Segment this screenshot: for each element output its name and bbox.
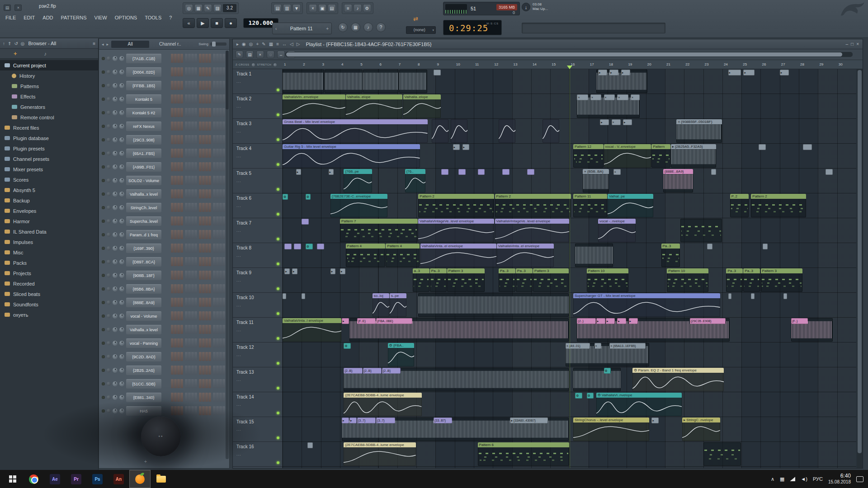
pattern-clip[interactable]: Pattern 2 — [418, 194, 494, 217]
pattern-clip[interactable]: a..3 — [413, 268, 429, 292]
channel-mute-dot[interactable] — [107, 206, 111, 210]
step-cell[interactable] — [180, 352, 183, 361]
audio-clip[interactable] — [573, 368, 621, 391]
pattern-clip[interactable]: Pattern 7 — [340, 219, 418, 242]
step-cell[interactable] — [194, 189, 197, 198]
pattern-clip[interactable] — [680, 219, 722, 242]
track-header-track-15[interactable]: Track 15... — [233, 417, 283, 442]
step-cell[interactable] — [180, 135, 183, 144]
channel-led[interactable] — [102, 274, 105, 277]
step-cell[interactable] — [191, 366, 194, 375]
slip-tool-icon[interactable]: ↔ — [277, 51, 285, 58]
step-cell[interactable] — [171, 406, 174, 415]
channel-mute-dot[interactable] — [107, 97, 111, 101]
record-icon[interactable]: ◉ — [242, 42, 246, 47]
channel-mute-dot[interactable] — [107, 56, 111, 61]
playlist-hscrollbar[interactable] — [285, 52, 853, 57]
step-cell[interactable] — [191, 406, 194, 415]
step-cell[interactable] — [216, 338, 219, 347]
mini-clip[interactable]: ⚙ — [306, 194, 311, 200]
mini-clip[interactable]: {33..B7} — [434, 418, 452, 423]
step-cell[interactable] — [199, 162, 202, 171]
step-cell[interactable] — [205, 271, 208, 280]
step-cell[interactable] — [174, 230, 177, 239]
mini-clip[interactable]: ▸ — [453, 144, 460, 150]
step-cell[interactable] — [205, 54, 208, 63]
track-led[interactable] — [277, 387, 279, 389]
pattern-clip[interactable]: Pattern 10 — [587, 268, 628, 292]
step-cell[interactable] — [208, 230, 211, 239]
step-cell[interactable] — [185, 67, 188, 76]
auto-clip[interactable]: ValhallaVinta..el envelope — [420, 244, 496, 267]
auto-clip[interactable]: {76B..pe — [344, 169, 372, 192]
step-cell[interactable] — [219, 311, 222, 320]
mini-clip[interactable]: {2..} — [577, 318, 595, 324]
track-led[interactable] — [277, 461, 279, 464]
step-cell[interactable] — [216, 325, 219, 334]
channel-led[interactable] — [102, 179, 105, 182]
channel-led[interactable] — [102, 152, 105, 155]
step-cell[interactable] — [208, 162, 211, 171]
step-cell[interactable] — [194, 257, 197, 266]
channel-volume-knob[interactable] — [119, 286, 124, 291]
step-cell[interactable] — [188, 338, 191, 347]
mini-clip[interactable]: ▸ — [342, 418, 349, 423]
pattern-clip[interactable]: Pa..3 — [726, 268, 743, 292]
step-cell[interactable] — [171, 135, 174, 144]
step-cell[interactable] — [188, 67, 191, 76]
mini-clip[interactable] — [284, 244, 292, 249]
step-cell[interactable] — [222, 108, 225, 117]
step-cell[interactable] — [219, 216, 222, 225]
mini-clip[interactable]: ▸ — [600, 119, 609, 125]
audio-clip[interactable]: {888E..8A9} — [663, 169, 693, 192]
step-cell[interactable] — [188, 216, 191, 225]
step-cell[interactable] — [177, 216, 180, 225]
step-cell[interactable] — [194, 149, 197, 158]
step-cell[interactable] — [208, 352, 211, 361]
channel-led[interactable] — [102, 260, 105, 263]
step-cell[interactable] — [208, 149, 211, 158]
channel-pan-knob[interactable] — [113, 408, 118, 413]
step-cell[interactable] — [194, 54, 197, 63]
mini-clip[interactable]: ▸ — [606, 318, 615, 324]
channel-button[interactable]: {9C2D..8AD} — [126, 352, 161, 361]
browser-item-plugin-database[interactable]: Plugin database — [0, 133, 98, 143]
step-cell[interactable] — [171, 122, 174, 131]
channel-mute-dot[interactable] — [107, 395, 111, 399]
menu-item-file[interactable]: FILE — [5, 15, 16, 20]
channel-pan-knob[interactable] — [113, 354, 118, 359]
mini-clip[interactable]: ▸ — [617, 318, 626, 324]
step-cell[interactable] — [177, 189, 180, 198]
channel-button[interactable]: Supercha..level — [126, 216, 161, 226]
step-cell[interactable] — [208, 122, 211, 131]
step-cell[interactable] — [219, 54, 222, 63]
time-display-panel[interactable]: 0:29:25 M:S:CS — [443, 20, 502, 35]
mini-clip[interactable]: ▸ — [651, 418, 659, 423]
timeline-ruler[interactable]: Z-CROSS STRETCH 123456789101112131415161… — [233, 60, 863, 69]
step-cell[interactable] — [219, 284, 222, 293]
step-cell[interactable] — [194, 203, 197, 212]
step-cell[interactable] — [213, 176, 216, 185]
playlist-titlebar[interactable]: ▸◉◎+✎▦≡↔◁▷ Playlist - {FFBBC15E-1B43-4AC… — [233, 39, 863, 49]
step-cell[interactable] — [216, 298, 219, 307]
step-cell[interactable] — [202, 54, 205, 63]
channel-led[interactable] — [102, 342, 105, 345]
step-cell[interactable] — [216, 311, 219, 320]
list-icon[interactable]: ≡ — [276, 42, 279, 47]
step-cell[interactable] — [216, 257, 219, 266]
step-cell[interactable] — [188, 284, 191, 293]
step-cell[interactable] — [180, 81, 183, 90]
channel-button[interactable]: Valhalla..x level — [126, 189, 161, 199]
crosshair-icon[interactable]: ◎ — [185, 4, 193, 12]
step-cell[interactable] — [174, 108, 177, 117]
step-cell[interactable] — [194, 230, 197, 239]
step-cell[interactable] — [180, 271, 183, 280]
step-cell[interactable] — [185, 189, 188, 198]
step-cell[interactable] — [171, 257, 174, 266]
mini-clip[interactable] — [783, 293, 787, 299]
step-cell[interactable] — [208, 94, 211, 103]
copy-icon[interactable]: ▣ — [318, 4, 326, 12]
step-cell[interactable] — [188, 203, 191, 212]
step-cell[interactable] — [194, 352, 197, 361]
pattern-clip[interactable]: Pattern 3 — [533, 268, 569, 292]
